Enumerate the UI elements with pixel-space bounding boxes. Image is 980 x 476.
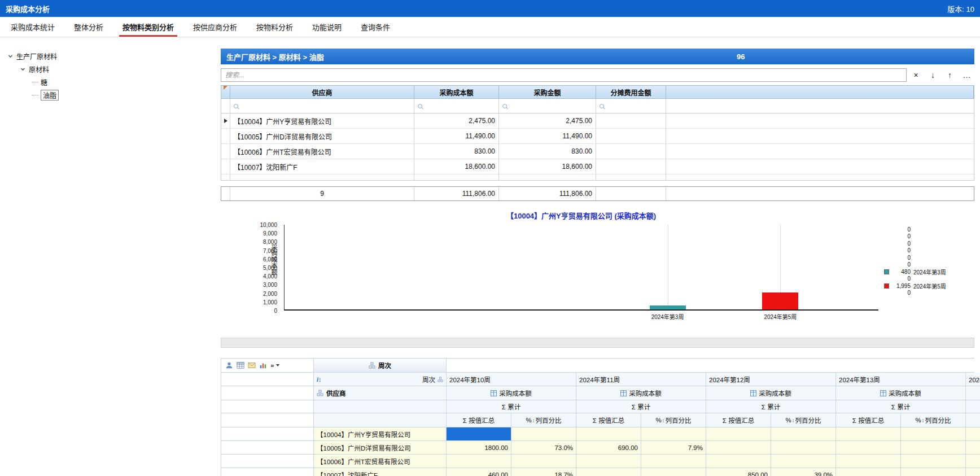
pivot-cell[interactable] <box>641 427 706 441</box>
pivot-measure-header[interactable]: 采购成本额 <box>576 386 706 400</box>
field-list-icon[interactable]: i↕ <box>317 376 322 383</box>
pivot-cell[interactable]: 18.7% <box>511 468 576 476</box>
pivot-cell[interactable] <box>836 441 901 455</box>
pivot-cell[interactable] <box>836 455 901 468</box>
pivot-cell[interactable] <box>511 455 576 468</box>
pivot-cell[interactable] <box>706 427 771 441</box>
pivot-cell[interactable]: 850.00 <box>706 468 771 476</box>
legend-item[interactable]: 0 <box>884 254 974 261</box>
pivot-cell[interactable]: 690.00 <box>576 441 641 455</box>
bar-week5[interactable] <box>762 292 798 309</box>
user-icon[interactable] <box>224 361 234 370</box>
pivot-cell[interactable] <box>771 427 836 441</box>
legend-item[interactable]: 0 <box>884 226 974 233</box>
tab-by-material[interactable]: 按物料分析 <box>251 17 299 37</box>
pivot-row-header[interactable]: 【10004】广州Y亨贸易有限公司 <box>314 427 447 441</box>
tab-query-criteria[interactable]: 查询条件 <box>355 17 396 37</box>
horizontal-splitter[interactable] <box>221 338 974 348</box>
subcol-percent-header[interactable]: %↕列百分比 <box>641 413 706 427</box>
table-row[interactable]: 【10006】广州T宏贸易有限公司 830.00 830.00 <box>221 144 974 159</box>
filter-cell-cost[interactable] <box>414 99 499 113</box>
legend-item[interactable]: 1,9952024年第5周 <box>884 282 974 290</box>
legend-item[interactable]: 0 <box>884 247 974 255</box>
pivot-cell[interactable] <box>966 468 980 476</box>
subcol-value-header[interactable]: Σ 按值汇总 <box>706 413 771 427</box>
find-next-button[interactable]: ↓ <box>925 68 940 82</box>
pivot-row-header[interactable]: 【10005】广州D洋贸易有限公司 <box>314 441 447 455</box>
pivot-measure-header[interactable]: 采购成本额 <box>447 386 576 400</box>
pivot-cell[interactable] <box>576 455 641 468</box>
more-fields-chevron[interactable]: » <box>270 362 274 369</box>
pivot-cell[interactable] <box>901 455 966 468</box>
grid-corner-cell[interactable] <box>221 86 230 98</box>
pivot-cell[interactable] <box>771 441 836 455</box>
pivot-aggregate-header[interactable]: Σ 累计 <box>706 400 836 413</box>
mail-icon[interactable] <box>247 361 257 370</box>
pivot-cell[interactable] <box>447 455 511 468</box>
subcol-value-header[interactable]: Σ 按值汇总 <box>576 413 641 427</box>
pivot-cell[interactable] <box>836 468 901 476</box>
pivot-aggregate-header[interactable]: Σ 累计 <box>836 400 966 413</box>
filter-cell-amount[interactable] <box>499 99 596 113</box>
row-field-button-supplier[interactable]: 供应商 <box>314 386 447 400</box>
pivot-cell[interactable] <box>901 441 966 455</box>
pivot-week-header[interactable]: 2024年第10周 <box>447 373 576 386</box>
pivot-measure-header[interactable]: 采购成本额 <box>836 386 966 400</box>
chevron-down-icon[interactable] <box>7 53 14 60</box>
pivot-row-header[interactable]: 【10006】广州T宏贸易有限公司 <box>314 455 447 468</box>
pivot-measure-header[interactable]: 采购成本额 <box>706 386 836 400</box>
column-header-supplier[interactable]: 供应商 <box>230 86 414 98</box>
pivot-cell[interactable] <box>836 427 901 441</box>
pivot-cell[interactable]: 1800.00 <box>447 441 511 455</box>
search-input[interactable] <box>221 68 907 82</box>
column-header-cost[interactable]: 采购成本额 <box>414 86 499 98</box>
chevron-down-icon[interactable] <box>19 66 26 73</box>
tab-by-supplier[interactable]: 按供应商分析 <box>187 17 243 37</box>
tree-item-production-raw-materials[interactable]: 生产厂原材料 <box>7 50 214 63</box>
filter-cell-fee[interactable] <box>596 99 666 113</box>
pivot-cell[interactable] <box>966 427 980 441</box>
pivot-cell[interactable] <box>641 468 706 476</box>
pivot-cell[interactable]: 460.00 <box>447 468 511 476</box>
legend-item[interactable]: 0 <box>884 290 974 297</box>
pivot-cell-selected[interactable] <box>447 427 511 441</box>
find-previous-button[interactable]: ↑ <box>942 68 957 82</box>
subcol-value-header[interactable]: Σ 按值汇总 <box>836 413 901 427</box>
clear-search-button[interactable]: × <box>908 68 924 82</box>
tab-help[interactable]: 功能说明 <box>307 17 347 37</box>
table-icon[interactable] <box>235 361 246 370</box>
pivot-cell[interactable] <box>706 455 771 468</box>
subcol-percent-header[interactable]: %↕列百分比 <box>901 413 966 427</box>
pivot-cell[interactable] <box>966 455 980 468</box>
chart-icon[interactable] <box>258 361 268 370</box>
filter-cell-supplier[interactable] <box>230 99 414 113</box>
tab-by-material-category[interactable]: 按物料类别分析 <box>117 17 180 37</box>
pivot-week-header[interactable]: 2024年第13周 <box>836 373 966 386</box>
pivot-cell[interactable]: 39.0% <box>771 468 836 476</box>
pivot-week-header[interactable]: 2024年第12周 <box>706 373 836 386</box>
column-header-amount[interactable]: 采购金额 <box>499 86 596 98</box>
more-options-button[interactable]: … <box>959 68 974 82</box>
legend-item[interactable]: 0 <box>884 240 974 247</box>
tree-item-sugar[interactable]: 糖 <box>7 76 214 89</box>
pivot-cell[interactable] <box>511 427 576 441</box>
pivot-aggregate-header[interactable]: Σ 累计 <box>576 400 706 413</box>
legend-item[interactable]: 0 <box>884 233 974 241</box>
pivot-row-header[interactable]: 【10007】沈阳新广F <box>314 468 447 476</box>
column-header-fee[interactable]: 分摊费用金额 <box>596 86 666 98</box>
tree-item-raw-materials[interactable]: 原材料 <box>7 63 214 76</box>
pivot-corner-cell[interactable]: i↕ 周次 <box>314 373 447 386</box>
subcol-value-header[interactable]: Σ 按值汇总 <box>966 413 980 427</box>
pivot-week-header[interactable]: 2024年第14周 <box>966 373 980 386</box>
subcol-percent-header[interactable]: %↕列百分比 <box>511 413 576 427</box>
pivot-measure-header[interactable]: 采购成本额 <box>966 386 980 400</box>
bar-week3[interactable] <box>650 305 686 309</box>
pivot-week-header[interactable]: 2024年第11周 <box>576 373 706 386</box>
pivot-cell[interactable] <box>966 441 980 455</box>
subcol-value-header[interactable]: Σ 按值汇总 <box>447 413 511 427</box>
tab-overall-analysis[interactable]: 整体分析 <box>68 17 109 37</box>
dropdown-arrow-icon[interactable] <box>276 364 279 366</box>
pivot-cell[interactable] <box>706 441 771 455</box>
table-row[interactable]: 【10007】沈阳新广F 18,600.00 18,600.00 <box>221 159 974 174</box>
pivot-cell[interactable] <box>901 468 966 476</box>
